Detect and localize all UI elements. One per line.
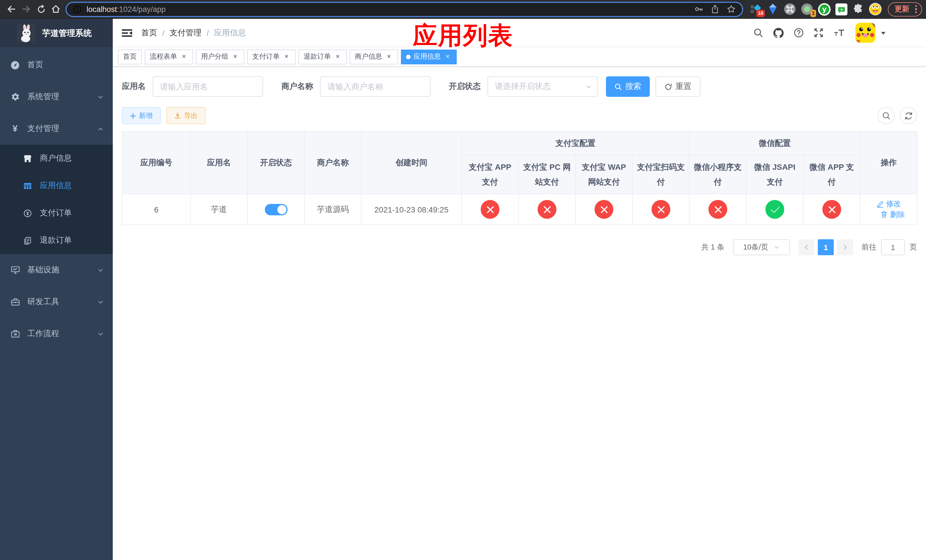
export-button[interactable]: 导出 [166, 107, 206, 124]
extension-command-icon[interactable] [783, 2, 797, 16]
sidebar-subitem-app-info[interactable]: 应用信息 [0, 172, 113, 200]
table-toolbar: 新增 导出 [122, 107, 917, 124]
back-icon[interactable] [4, 2, 19, 17]
edit-label: 修改 [886, 199, 901, 209]
alipay-qr-status-icon [652, 200, 670, 219]
search-button[interactable]: 搜索 [606, 76, 650, 97]
extension-green-dot-icon[interactable]: 1 [800, 2, 814, 16]
breadcrumb-home[interactable]: 首页 [141, 28, 157, 38]
sidebar: 芋道管理系统 首页 系统管理 [0, 19, 113, 560]
sidebar-item-infrastructure[interactable]: 基础设施 [0, 254, 113, 286]
tab-user-group[interactable]: 用户分组× [196, 49, 244, 64]
dashboard-icon [10, 60, 20, 70]
font-size-icon[interactable] [829, 28, 850, 37]
extension-chat-icon[interactable] [834, 2, 849, 16]
wechat-app-status-icon [822, 200, 841, 219]
extensions-puzzle-icon[interactable] [851, 2, 865, 16]
yen-icon: ¥ [10, 124, 20, 133]
search-icon[interactable] [748, 28, 768, 38]
tab-process-form[interactable]: 流程表单× [145, 49, 193, 64]
breadcrumb: 首页 / 支付管理 / 应用信息 [141, 28, 246, 38]
forward-icon[interactable] [19, 2, 33, 17]
close-icon[interactable]: × [385, 53, 393, 61]
sidebar-item-dev-tools[interactable]: 研发工具 [0, 286, 113, 318]
app-logo[interactable]: 芋道管理系统 [0, 19, 113, 47]
tab-merchant-info[interactable]: 商户信息× [350, 49, 398, 64]
tab-refund-order[interactable]: 退款订单× [298, 49, 347, 64]
next-page-button[interactable] [837, 239, 853, 255]
prev-page-button[interactable] [799, 239, 814, 255]
tab-pay-order[interactable]: 支付订单× [247, 49, 295, 64]
close-icon[interactable]: × [334, 53, 342, 61]
chevron-down-icon [97, 331, 104, 337]
site-info-icon[interactable] [73, 5, 82, 14]
refresh-table-button[interactable] [900, 107, 917, 124]
sidebar-item-workflow[interactable]: 工作流程 [0, 318, 113, 350]
alipay-pc-status-icon [538, 200, 557, 219]
github-icon[interactable] [768, 28, 789, 38]
current-page-button[interactable]: 1 [818, 239, 834, 255]
extension-balloon-icon[interactable] [766, 2, 780, 16]
merchant-name-input[interactable] [320, 76, 431, 97]
open-status-select[interactable]: 请选择开启状态 [487, 76, 598, 97]
app-table: 应用编号 应用名 开启状态 商户名称 创建时间 支付宝配置 微信配置 操作 支付… [122, 131, 917, 225]
extension-y-icon[interactable]: y [817, 2, 831, 16]
toggle-search-button[interactable] [878, 107, 895, 124]
trash-icon [881, 211, 888, 218]
close-icon[interactable]: × [180, 53, 188, 61]
wechat-jsapi-status-icon [766, 200, 784, 219]
breadcrumb-payment[interactable]: 支付管理 [170, 28, 201, 38]
user-avatar[interactable] [855, 23, 875, 43]
tab-home[interactable]: 首页 [118, 49, 142, 64]
page-size-select[interactable]: 10条/页 [733, 239, 790, 255]
sidebar-subitem-merchant-info[interactable]: 商户信息 [0, 145, 113, 172]
delete-link[interactable]: 删除 [881, 209, 905, 219]
close-icon[interactable]: × [231, 53, 239, 61]
goto-page-input[interactable] [881, 239, 905, 255]
bookmark-star-icon[interactable] [727, 5, 736, 14]
open-status-label: 开启状态 [449, 82, 481, 92]
sidebar-item-system[interactable]: 系统管理 [0, 81, 113, 113]
briefcase-icon [10, 329, 20, 338]
col-header-alipay-app: 支付宝 APP 支付 [461, 155, 519, 194]
close-icon[interactable]: × [443, 53, 452, 61]
extension-diamond-icon[interactable]: 10 [749, 2, 763, 16]
col-header-status: 开启状态 [247, 131, 304, 194]
sidebar-item-label: 商户信息 [40, 153, 72, 163]
url-text[interactable]: localhost:1024/pay/app [86, 5, 689, 14]
close-icon[interactable]: × [283, 53, 291, 61]
reset-button[interactable]: 重置 [655, 76, 701, 97]
breadcrumb-current: 应用信息 [214, 28, 246, 38]
chrome-update-button[interactable]: 更新 [888, 2, 922, 16]
sidebar-item-label: 首页 [27, 60, 43, 70]
home-icon[interactable] [48, 2, 63, 17]
search-icon [614, 83, 622, 90]
status-toggle[interactable] [265, 204, 287, 215]
tab-label: 退款订单 [304, 52, 331, 62]
caret-down-icon[interactable] [881, 30, 886, 36]
app-name-input[interactable] [153, 76, 263, 97]
sidebar-subitem-refund-order[interactable]: 退款订单 [0, 227, 113, 254]
col-header-wechat-jsapi: 微信 JSAPI 支付 [746, 155, 803, 194]
help-icon[interactable] [789, 28, 809, 38]
chrome-menu-icon[interactable] [915, 5, 917, 13]
share-icon[interactable] [711, 5, 719, 14]
address-bar[interactable]: localhost:1024/pay/app [65, 2, 743, 17]
tab-app-info[interactable]: 应用信息× [401, 49, 457, 64]
password-key-icon[interactable] [694, 5, 703, 14]
sidebar-collapse-icon[interactable] [121, 27, 133, 38]
edit-link[interactable]: 修改 [876, 199, 901, 209]
fullscreen-icon[interactable] [809, 28, 829, 38]
sidebar-item-payment[interactable]: ¥ 支付管理 [0, 113, 113, 145]
reload-icon[interactable] [33, 2, 48, 17]
sidebar-item-label: 研发工具 [27, 297, 59, 307]
cell-status [247, 194, 304, 225]
add-button[interactable]: 新增 [122, 107, 160, 124]
search-button-label: 搜索 [625, 82, 641, 92]
goto-label: 前往 [862, 242, 876, 252]
sidebar-menu: 首页 系统管理 ¥ 支付管理 [0, 47, 113, 350]
col-header-ops: 操作 [860, 131, 917, 194]
profile-emoji-avatar[interactable] [869, 2, 883, 16]
sidebar-item-home[interactable]: 首页 [0, 49, 113, 81]
sidebar-subitem-pay-order[interactable]: 支付订单 [0, 200, 113, 227]
